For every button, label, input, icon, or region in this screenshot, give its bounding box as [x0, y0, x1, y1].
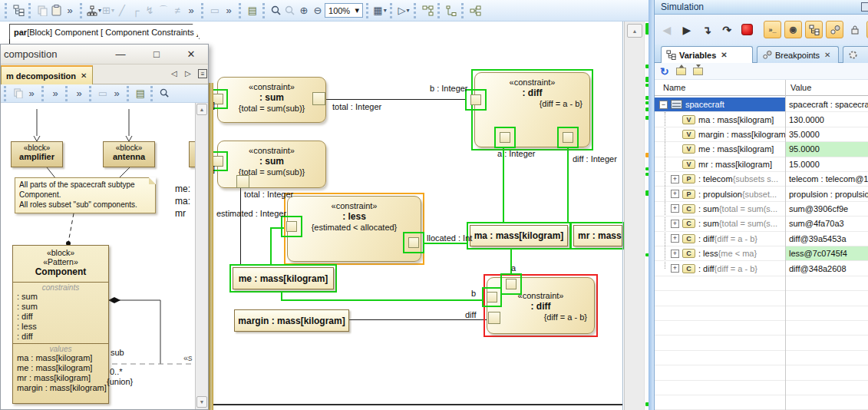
swimlane-icon[interactable]: ⊞▾ [101, 3, 115, 18]
variable-row[interactable]: +C: sum {total = sum(s...sum@3906cf9e [655, 202, 868, 217]
variable-value-cell[interactable]: spacecraft : spacecraf [785, 98, 868, 111]
toolbar-grip[interactable] [80, 3, 84, 18]
tab-decomposition[interactable]: m decomposition ✕ [1, 65, 93, 84]
variable-row[interactable]: Vme : mass[kilogram]95.0000 [655, 142, 868, 157]
variable-name-cell[interactable]: Vmargin : mass[kilogram] [655, 127, 785, 141]
connector-segment[interactable] [349, 319, 488, 320]
tree-expander-plus-icon[interactable]: + [671, 175, 679, 184]
variable-value-cell[interactable]: propulsion : propulsion [785, 187, 868, 200]
scroll-up-icon[interactable]: ▲ [627, 24, 642, 38]
scroll-down-icon[interactable]: ▼ [196, 396, 207, 408]
column-separator[interactable] [785, 80, 786, 410]
constraint-block-less[interactable]: «constraint» : less {estimated < allocat… [287, 196, 421, 262]
tree-expander-plus-icon[interactable]: + [671, 250, 679, 258]
resize-shape-icon[interactable]: ▭ [96, 86, 110, 101]
variable-name-cell[interactable]: +C: sum {total = sum(s... [655, 217, 785, 230]
active-connector[interactable] [281, 299, 484, 301]
variable-name-cell[interactable]: Vma : mass[kilogram] [655, 112, 785, 126]
compare-diagram-icon[interactable] [468, 3, 482, 18]
sim-back-icon[interactable]: ◀ [658, 21, 675, 38]
zoom-tool-icon[interactable] [157, 86, 171, 101]
variable-value-cell[interactable]: 130.0000 [785, 112, 868, 126]
run-simulation-icon[interactable]: ▷▾ [397, 3, 411, 18]
tab-close-icon[interactable]: ✕ [721, 51, 727, 59]
sim-animate-toggle-icon[interactable]: ◉ [784, 21, 802, 38]
part-me[interactable]: me : mass[kilogram] [233, 267, 334, 289]
toolbar-grip[interactable] [4, 86, 8, 101]
variable-value-cell[interactable]: diff@348a2608 [785, 261, 868, 275]
toolbar-grip[interactable] [5, 3, 8, 18]
tab-close-icon[interactable]: ✕ [81, 71, 87, 80]
diagram-properties-icon[interactable]: ▤ [134, 86, 147, 101]
active-connector[interactable] [503, 147, 504, 223]
window-diagram-canvas[interactable]: «block» amplifier «block» antenna All pa… [1, 103, 208, 409]
port-diff2-a[interactable] [500, 273, 522, 295]
constraint-block-sum2[interactable]: «constraint» : sum {total = sum(sub)} [217, 141, 326, 188]
tree-expander-plus-icon[interactable]: + [671, 190, 679, 198]
toolbar-overflow-icon[interactable]: » [48, 86, 62, 101]
window-vertical-scrollbar[interactable]: ▲ ▼ [195, 103, 208, 409]
variable-row[interactable]: Vmr : mass[kilogram]15.0000 [655, 157, 868, 172]
variable-value-cell[interactable]: 95.0000 [785, 142, 868, 156]
window-title-bar[interactable]: composition — □ ✕ [1, 45, 208, 64]
tab-close-icon[interactable]: ✕ [824, 51, 830, 59]
zoom-1-1-icon[interactable] [283, 3, 297, 18]
variable-row[interactable]: −spacecraftspacecraft : spacecraf [655, 98, 868, 112]
toolbar-grip[interactable] [390, 3, 394, 18]
scroll-up-icon[interactable]: ▲ [196, 104, 207, 115]
port-less-allocated[interactable] [403, 232, 424, 253]
expand-all-icon[interactable] [676, 68, 686, 75]
variable-name-cell[interactable]: +C: sum {total = sum(s... [655, 202, 785, 216]
zoom-level-combo[interactable]: 100% ▾ [325, 3, 363, 18]
sim-containment-toggle-icon[interactable] [805, 21, 823, 38]
diagram-frame-tab[interactable]: par [Block] Component [ Component Constr… [9, 24, 200, 39]
copy-icon[interactable] [11, 86, 25, 101]
part-margin[interactable]: margin : mass[kilogram] [234, 309, 349, 332]
toolbar-grip[interactable] [41, 86, 45, 101]
nav-forward-icon[interactable]: ▷ [185, 69, 191, 78]
tab-sessions[interactable] [843, 46, 868, 63]
containment-tree-icon[interactable] [12, 3, 25, 18]
variable-name-cell[interactable]: +C: diff {diff = a - b} [655, 261, 785, 275]
variable-value-cell[interactable]: sum@3906cf9e [785, 202, 868, 216]
variable-value-cell[interactable]: less@7c0745f4 [785, 246, 868, 260]
variable-name-cell[interactable]: +C: diff {diff = a - b} [655, 232, 785, 246]
block-amplifier[interactable]: «block» amplifier [11, 141, 63, 167]
part-ma[interactable]: ma : mass[kilogram] [470, 225, 568, 246]
tab-breakpoints[interactable]: Breakpoints ✕ [757, 46, 839, 63]
variable-row[interactable]: Vmargin : mass[kilogram]35.0000 [655, 127, 868, 142]
toolbar-grip[interactable] [239, 3, 243, 18]
line-path-icon[interactable]: ╱ [115, 3, 129, 18]
paste-icon[interactable] [49, 3, 63, 18]
toolbar-grip[interactable] [89, 86, 93, 101]
structure-diagram-icon[interactable] [444, 3, 458, 18]
toolbar-overflow-icon[interactable]: » [110, 86, 124, 101]
active-connector[interactable] [424, 243, 467, 244]
variable-row[interactable]: +C: diff {diff = a - b}diff@39a5453a [655, 232, 868, 246]
variable-name-cell[interactable]: −spacecraft [655, 98, 785, 111]
copy-icon[interactable] [35, 3, 49, 18]
related-diagram-icon[interactable] [421, 3, 434, 18]
toolbar-overflow-icon[interactable]: » [25, 86, 38, 101]
maximize-icon[interactable]: □ [150, 48, 163, 61]
lock-icon[interactable] [847, 21, 863, 38]
toolbar-grip[interactable] [150, 86, 154, 101]
panel-menu-icon[interactable] [861, 2, 868, 12]
oblique-path-icon[interactable]: ≠ [170, 3, 184, 18]
decomposition-window[interactable]: composition — □ ✕ m decomposition ✕ ◁ ▷ … [0, 44, 209, 410]
toolbar-grip[interactable] [65, 86, 69, 101]
dependency-tree-icon[interactable]: ▾ [87, 3, 101, 18]
sim-console-toggle-icon[interactable]: »_ [764, 21, 781, 38]
variable-name-cell[interactable]: Vme : mass[kilogram] [655, 142, 785, 156]
sim-breakpoints-toggle-icon[interactable] [826, 21, 843, 38]
diagram-properties-icon[interactable]: ▤ [246, 3, 259, 18]
resize-shape-icon[interactable]: ▭ [208, 3, 222, 18]
active-connector[interactable] [270, 227, 272, 264]
variable-value-cell[interactable]: 35.0000 [785, 127, 868, 141]
tree-expander-plus-icon[interactable]: + [671, 220, 679, 228]
variable-value-cell[interactable]: telecom : telecom@17 [785, 172, 868, 186]
tree-expander-plus-icon[interactable]: + [671, 234, 679, 243]
collapse-all-icon[interactable] [693, 68, 703, 75]
connector-segment[interactable] [240, 188, 241, 264]
zigzag-path-icon[interactable]: ↯ [143, 3, 157, 18]
